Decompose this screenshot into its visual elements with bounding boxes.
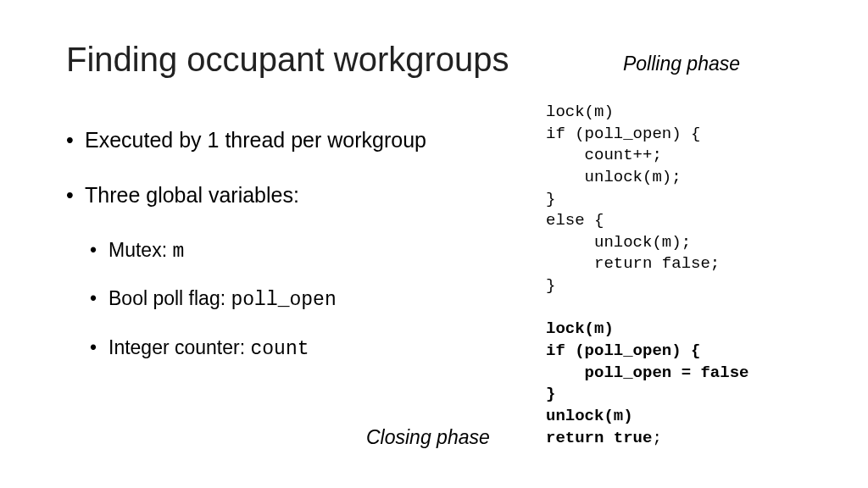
slide: Finding occupant workgroups Polling phas… (0, 0, 868, 488)
code-line: count++; (546, 146, 662, 164)
code-line-bold: return true (546, 429, 652, 447)
code-line: } (546, 276, 555, 295)
code-token: m (172, 241, 184, 263)
code-line-bold: if (poll_open) { (546, 341, 700, 360)
bullet-list: Executed by 1 thread per workgroup Three… (66, 127, 473, 363)
bullet-level1: Executed by 1 thread per workgroup (66, 127, 473, 153)
code-block: lock(m) if (poll_open) { count++; unlock… (546, 102, 817, 449)
code-line: lock(m) (546, 103, 614, 121)
code-line-bold: lock(m) (546, 319, 614, 338)
code-line-bold: unlock(m) (546, 407, 633, 425)
bullet-level2: Bool poll flag: poll_open (90, 286, 473, 313)
code-line: unlock(m); (546, 233, 691, 252)
bullet-level2: Integer counter: count (90, 336, 473, 363)
code-line: } (546, 190, 555, 208)
left-column: Executed by 1 thread per workgroup Three… (66, 127, 473, 385)
bullet-level2: Mutex: m (90, 238, 473, 265)
code-token: count (251, 338, 309, 360)
closing-phase-heading: Closing phase (366, 426, 490, 449)
code-token: poll_open (231, 289, 336, 311)
code-line: unlock(m); (546, 168, 682, 186)
code-line-bold: } (546, 385, 555, 403)
code-line: return false; (546, 254, 720, 273)
right-column: lock(m) if (poll_open) { count++; unlock… (546, 102, 817, 449)
code-line: if (poll_open) { (546, 125, 700, 143)
sub-bullet-text: Mutex: (108, 239, 172, 261)
code-line: else { (546, 211, 604, 230)
code-line-bold: poll_open = false (546, 363, 748, 382)
sub-bullet-text: Bool poll flag: (108, 287, 231, 309)
bullet-level1: Three global variables: (66, 182, 473, 208)
polling-phase-heading: Polling phase (546, 53, 817, 75)
code-semicolon: ; (652, 429, 661, 447)
sub-bullet-text: Integer counter: (108, 336, 251, 358)
